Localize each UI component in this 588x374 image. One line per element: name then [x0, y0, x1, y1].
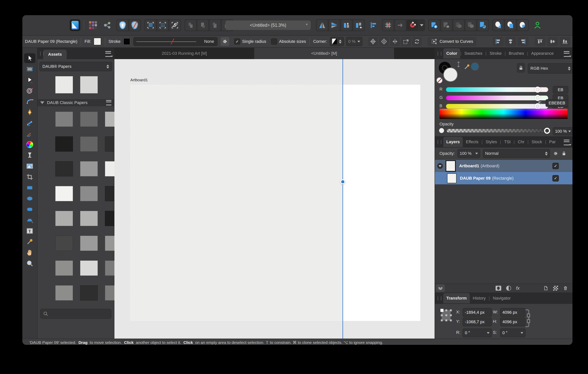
x-field[interactable]: -1894,4 px	[462, 308, 492, 317]
asset-thumbnail[interactable]	[55, 112, 73, 127]
selection-edge[interactable]	[343, 59, 343, 339]
text-tool[interactable]: T	[24, 226, 35, 236]
tab-text-styles[interactable]: TSt	[501, 137, 514, 147]
asset-thumbnail[interactable]	[55, 285, 73, 300]
color-palette-button[interactable]	[87, 20, 98, 31]
boolean-subtract-button[interactable]	[441, 20, 452, 31]
swap-colors-icon[interactable]: ⤡	[454, 60, 462, 68]
asset-thumbnail[interactable]	[55, 76, 73, 93]
red-value-field[interactable]: EB	[553, 86, 568, 94]
no-color-swatch[interactable]	[436, 77, 442, 83]
align-center-h-button[interactable]	[505, 37, 516, 46]
tab-stroke[interactable]: Stroke	[486, 48, 505, 59]
stroke-swatch[interactable]	[123, 38, 131, 45]
snapping-dropdown-button[interactable]	[419, 20, 424, 31]
intersect-order-button[interactable]	[517, 20, 528, 31]
new-pixel-layer-icon[interactable]	[553, 286, 558, 291]
fill-color-circle[interactable]	[443, 67, 458, 82]
rotate-cw-button[interactable]	[353, 20, 364, 31]
selection-handle[interactable]	[340, 179, 345, 184]
asset-thumbnail[interactable]	[80, 186, 98, 201]
panel-drag-handle[interactable]	[438, 140, 441, 144]
rounded-rectangle-tool[interactable]	[24, 204, 35, 214]
anchor-point-selector[interactable]	[441, 308, 452, 322]
move-by-whole-pixels-button[interactable]	[395, 20, 406, 31]
layer-stack-button[interactable]	[436, 284, 445, 292]
blend-options-gear-icon[interactable]	[553, 150, 559, 157]
color-lock-button[interactable]	[517, 63, 525, 73]
layer-row-daub-paper[interactable]: DAUB Paper 09 (Rectangle) ✓	[435, 172, 572, 184]
panel-drag-handle[interactable]	[40, 52, 44, 56]
lock-layer-icon[interactable]	[561, 150, 567, 157]
share-button[interactable]	[102, 20, 113, 31]
asset-thumbnail[interactable]	[80, 211, 98, 226]
insert-behind-button[interactable]	[129, 20, 140, 31]
blend-mode-dropdown[interactable]: Normal	[483, 149, 550, 158]
corner-radius-dropdown[interactable]: 0 %	[346, 37, 362, 46]
layer-row-artboard1[interactable]: Artboard1 (Artboard) ✓	[435, 160, 572, 172]
panel-menu-icon[interactable]	[564, 140, 569, 145]
ellipse-tool[interactable]	[24, 194, 35, 203]
hide-selection-while-dragging-button[interactable]	[401, 37, 411, 46]
disclosure-toggle[interactable]	[437, 163, 443, 169]
artboard-tool[interactable]	[24, 64, 35, 74]
pencil-tool[interactable]	[24, 118, 35, 128]
align-left-button[interactable]	[493, 37, 504, 46]
tab-assets[interactable]: Assets	[43, 50, 67, 59]
picked-color-swatch[interactable]	[471, 63, 479, 71]
h-field[interactable]: 4096 px	[500, 318, 525, 326]
grid-columns-button[interactable]	[145, 20, 156, 31]
boolean-add-button[interactable]	[429, 20, 440, 31]
panel-menu-icon[interactable]	[105, 51, 111, 57]
layers-empty-area[interactable]	[435, 184, 572, 283]
tab-effects[interactable]: Effects	[463, 137, 482, 147]
assets-search-input[interactable]	[40, 309, 111, 319]
convert-to-curves-button[interactable]: Convert to Curves	[428, 37, 477, 46]
new-layer-icon[interactable]	[543, 285, 548, 291]
doc-tab-running-art[interactable]: 2021-03 Running Art [M]	[115, 48, 254, 59]
doc-tab-untitled[interactable]: <Untitled> [M]	[254, 48, 394, 59]
pen-tool[interactable]	[24, 107, 35, 117]
asset-thumbnail[interactable]	[55, 161, 73, 176]
asset-thumbnail[interactable]	[80, 136, 98, 151]
asset-thumbnail[interactable]	[55, 211, 73, 226]
asset-thumbnail[interactable]	[55, 236, 73, 251]
assets-category-dropdown[interactable]: DAUB® Papers	[39, 62, 112, 71]
green-slider[interactable]	[446, 96, 548, 100]
layer-effects-icon[interactable]: fx	[516, 286, 520, 291]
asset-thumbnail[interactable]	[80, 285, 98, 300]
section-menu-icon[interactable]	[106, 100, 111, 105]
place-image-tool[interactable]	[24, 161, 35, 171]
paper-rectangle[interactable]	[130, 85, 343, 321]
artboard[interactable]	[130, 85, 420, 321]
fill-swatch[interactable]	[93, 38, 101, 45]
opacity-slider-knob[interactable]	[544, 128, 550, 134]
opacity-value-dropdown[interactable]: 100 %	[553, 127, 572, 135]
snap-to-shapes-button[interactable]	[169, 20, 180, 31]
stroke-width-control[interactable]: None	[133, 37, 218, 46]
tab-appearance[interactable]: Appearance	[528, 48, 557, 59]
tab-paragraph[interactable]: Par	[546, 137, 559, 147]
boolean-divide-button[interactable]	[465, 20, 476, 31]
tab-brushes[interactable]: Brushes	[506, 48, 527, 59]
artboard-label[interactable]: Artboard1	[130, 78, 148, 82]
cycle-selection-box-button[interactable]	[368, 37, 378, 46]
tab-swatches[interactable]: Swatches	[461, 48, 485, 59]
corner-type-dropdown[interactable]	[330, 37, 344, 46]
asset-thumbnail[interactable]	[55, 186, 73, 201]
color-picker-button[interactable]	[463, 63, 471, 70]
flip-vertical-button[interactable]	[329, 20, 340, 31]
tab-history[interactable]: History	[470, 293, 489, 303]
single-radius-checkbox[interactable]: ✓ Single radius	[234, 38, 266, 44]
link-dimensions-icon[interactable]	[525, 310, 529, 327]
trash-icon[interactable]	[563, 285, 568, 291]
mask-layer-icon[interactable]	[495, 286, 501, 291]
move-to-front-button[interactable]	[185, 20, 196, 31]
align-right-button[interactable]	[517, 37, 528, 46]
color-mode-dropdown[interactable]: RGB Hex	[528, 63, 572, 74]
move-forward-button[interactable]	[197, 20, 208, 31]
account-button[interactable]	[532, 20, 543, 31]
panel-drag-handle[interactable]	[438, 296, 441, 300]
crop-tool[interactable]	[24, 172, 35, 182]
red-slider[interactable]	[446, 87, 548, 92]
